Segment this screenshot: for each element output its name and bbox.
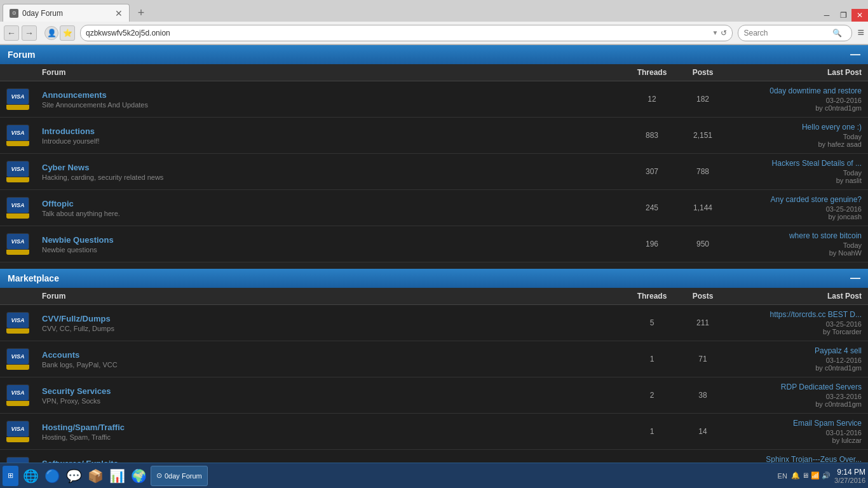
- forum-desc: Talk about anything here.: [42, 210, 620, 217]
- table-row: VISA Newbie Questions Newbie questions 1…: [0, 226, 868, 262]
- forum-name-cell: Offtopic Talk about anything here.: [36, 190, 627, 226]
- threads-cell: 196: [627, 226, 677, 262]
- profile-button[interactable]: 👤: [44, 26, 58, 40]
- lastpost-cell: Paypalz 4 sell 03-12-2016 by c0ntrad1gm: [728, 341, 868, 377]
- refresh-button[interactable]: ↺: [721, 29, 727, 37]
- taskbar-icon-package[interactable]: 📦: [86, 466, 105, 485]
- forum-name-link[interactable]: Hosting/Spam/Traffic: [42, 423, 125, 432]
- visa-icon: VISA: [6, 161, 29, 177]
- lastpost-date: 03-12-2016: [735, 356, 862, 364]
- lastpost-title[interactable]: 0day downtime and restore: [735, 86, 862, 95]
- forum-name-cell: Hosting/Spam/Traffic Hosting, Spam, Traf…: [36, 414, 627, 450]
- forum-name-link[interactable]: Offtopic: [42, 199, 74, 208]
- forum-icon-wrapper: VISA: [6, 233, 29, 255]
- marketplace-table: Forum Threads Posts Last Post VISA CVV/F…: [0, 288, 868, 486]
- forum-name-link[interactable]: Introductions: [42, 126, 95, 136]
- lastpost-date: 03-20-2016: [735, 97, 862, 104]
- lastpost-cell: 0day downtime and restore 03-20-2016 by …: [728, 81, 868, 118]
- search-icon: 🔍: [832, 29, 842, 37]
- lastpost-cell: Hello every one :) Today by hafez asad: [728, 118, 868, 154]
- forum-desc: Bank logs, PayPal, VCC: [42, 361, 620, 369]
- clock-date: 3/27/2016: [834, 477, 865, 484]
- window-controls: ─ ❐ ✕: [818, 9, 868, 22]
- posts-cell: 14: [677, 414, 728, 450]
- window-maximize-button[interactable]: ❐: [835, 9, 851, 22]
- visa-icon: VISA: [6, 88, 29, 105]
- lastpost-date: Today: [735, 169, 862, 177]
- system-tray: 🔔 🖥 📶 🔊: [791, 471, 831, 480]
- forum-section: Forum — Forum Threads Posts Last Post VI…: [0, 45, 868, 262]
- marketplace-section: Marketplace — Forum Threads Posts Last P…: [0, 269, 868, 486]
- lastpost-cell: where to store bitcoin Today by NoahW: [728, 226, 868, 262]
- lastpost-title[interactable]: Hackers Steal Details of ...: [735, 159, 862, 168]
- tab-close-button[interactable]: ✕: [115, 8, 123, 18]
- threads-cell: 5: [627, 305, 677, 341]
- marketplace-minimize-button[interactable]: —: [850, 273, 860, 284]
- lastpost-title[interactable]: Any carded store genuine?: [735, 195, 862, 204]
- lastpost-date: 03-23-2016: [735, 393, 862, 400]
- language-indicator: EN: [778, 472, 787, 480]
- table-row: VISA Offtopic Talk about anything here. …: [0, 190, 868, 226]
- forum-icon-cell: VISA: [0, 190, 36, 226]
- active-tab[interactable]: ⊙ 0day Forum ✕: [3, 4, 130, 22]
- lastpost-title[interactable]: where to store bitcoin: [735, 231, 862, 240]
- taskbar: ⊞ 🌐 🔵 💬 📦 📊 🌍 ⊙ 0day Forum EN 🔔 🖥 📶 🔊 9:…: [0, 463, 868, 488]
- forum-icon-cell: VISA: [0, 377, 36, 414]
- forum-table-header: Forum Threads Posts Last Post: [0, 64, 868, 81]
- taskbar-icon-globe[interactable]: 🌍: [129, 466, 148, 485]
- taskbar-icon-chrome[interactable]: 🔵: [43, 466, 62, 485]
- forum-icon-cell: VISA: [0, 226, 36, 262]
- visa-icon: VISA: [6, 348, 29, 365]
- lastpost-title[interactable]: RDP Dedicated Servers: [735, 383, 862, 391]
- forum-desc: Site Announcements And Updates: [42, 101, 620, 109]
- lastpost-title[interactable]: https://torcrds.cc BEST D...: [735, 310, 862, 319]
- forum-icon-wrapper: VISA: [6, 125, 29, 146]
- table-row: VISA Hosting/Spam/Traffic Hosting, Spam,…: [0, 414, 868, 450]
- table-row: VISA Announcements Site Announcements An…: [0, 81, 868, 118]
- forum-name-cell: Announcements Site Announcements And Upd…: [36, 81, 627, 118]
- threads-cell: 245: [627, 190, 677, 226]
- forum-name-link[interactable]: CVV/Fullz/Dumps: [42, 314, 111, 323]
- visa-icon: VISA: [6, 125, 29, 141]
- forum-icon-wrapper: VISA: [6, 348, 29, 370]
- back-button[interactable]: ←: [4, 25, 19, 41]
- lastpost-title[interactable]: Hello every one :): [735, 123, 862, 132]
- search-bar[interactable]: 🔍: [738, 25, 852, 41]
- posts-cell: 71: [677, 341, 728, 377]
- taskbar-icon-skype[interactable]: 💬: [64, 466, 83, 485]
- taskbar-active-oday[interactable]: ⊙ 0day Forum: [151, 466, 208, 486]
- taskbar-icon-excel[interactable]: 📊: [107, 466, 126, 485]
- window-close-button[interactable]: ✕: [851, 9, 868, 22]
- forum-name-link[interactable]: Security Services: [42, 386, 111, 396]
- visa-bottom: [6, 329, 29, 334]
- forward-button[interactable]: →: [22, 25, 37, 41]
- taskbar-icon-ie[interactable]: 🌐: [21, 466, 40, 485]
- start-button[interactable]: ⊞: [3, 466, 18, 486]
- taskbar-active-favicon: ⊙: [156, 471, 162, 480]
- window-minimize-button[interactable]: ─: [818, 9, 835, 22]
- lastpost-title[interactable]: Paypalz 4 sell: [735, 346, 862, 355]
- address-bar[interactable]: qzbkwswfv5k2oj5d.onion ▼ ↺: [80, 25, 733, 41]
- forum-name-link[interactable]: Accounts: [42, 350, 79, 360]
- tab-favicon: ⊙: [10, 9, 18, 18]
- table-row: VISA Security Services VPN, Proxy, Socks…: [0, 377, 868, 414]
- posts-col-header: Posts: [677, 64, 728, 81]
- forum-name-link[interactable]: Announcements: [42, 90, 107, 100]
- browser-chrome: ⊙ 0day Forum ✕ + ─ ❐ ✕ ← → 👤 ⭐ qzbkwswfv…: [0, 0, 868, 45]
- menu-button[interactable]: ≡: [857, 26, 864, 39]
- forum-icon-cell: VISA: [0, 414, 36, 450]
- forum-minimize-button[interactable]: —: [850, 49, 860, 60]
- forum-name-cell: Security Services VPN, Proxy, Socks: [36, 377, 627, 414]
- new-tab-button[interactable]: +: [132, 4, 150, 22]
- bookmark-button[interactable]: ⭐: [60, 25, 75, 41]
- lastpost-title[interactable]: Email Spam Service: [735, 419, 862, 428]
- forum-name-link[interactable]: Cyber News: [42, 163, 89, 172]
- windows-logo-icon: ⊞: [8, 471, 13, 480]
- forum-icon-wrapper: VISA: [6, 197, 29, 219]
- visa-icon: VISA: [6, 384, 29, 401]
- table-row: VISA Introductions Introduce yourself! 8…: [0, 118, 868, 154]
- forum-name-cell: Introductions Introduce yourself!: [36, 118, 627, 154]
- taskbar-right: EN 🔔 🖥 📶 🔊 9:14 PM 3/27/2016: [778, 468, 865, 484]
- forum-name-link[interactable]: Newbie Questions: [42, 235, 114, 245]
- search-input[interactable]: [743, 29, 832, 37]
